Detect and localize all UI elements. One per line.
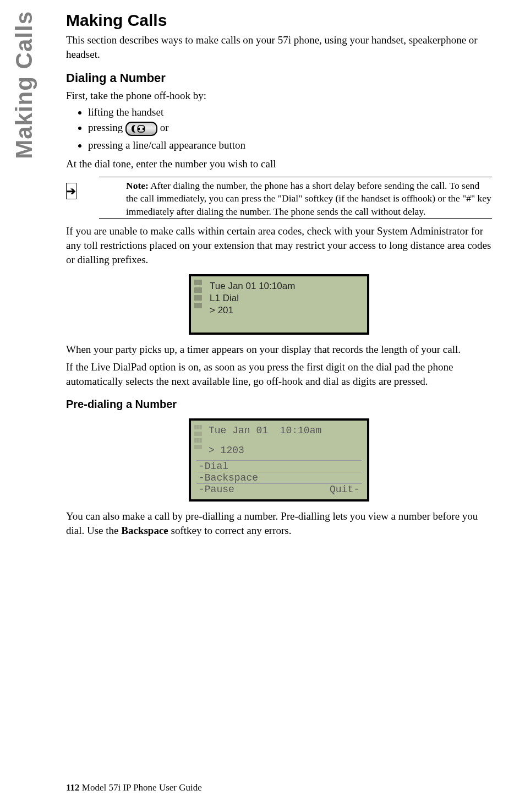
bullet-pressing-handsfree: pressing or [88,122,492,136]
live-dialpad-paragraph: If the Live DialPad option is on, as soo… [66,360,492,388]
softkey-pause: -Pause [199,484,234,495]
footer-title: Model 57i IP Phone User Guide [80,782,202,793]
bullet-lifting-handset: lifting the handset [88,106,492,118]
note-block: ➔ Note: After dialing the number, the ph… [66,177,492,219]
bullet-pressing-pre: pressing [88,122,125,133]
screen-dial-entry: > 201 [196,305,362,316]
screen-line-status: L1 Dial [196,293,362,304]
lcd-time: Tue Jan 01 10:10am [196,425,362,436]
note-body: After dialing the number, the phone has … [126,180,491,217]
dial-lead: First, take the phone off-hook by: [66,89,492,103]
handsfree-key-icon [125,122,157,136]
restriction-paragraph: If you are unable to make calls within c… [66,224,492,266]
heading-making-calls: Making Calls [66,11,492,30]
side-tab-making-calls: Making Calls [11,11,37,159]
predial-backspace-bold: Backspace [121,525,168,536]
predial-text-post: softkey to correct any errors. [168,525,292,536]
predial-paragraph: You can also make a call by pre-dialling… [66,509,492,537]
svg-rect-0 [138,128,140,130]
screen-time: Tue Jan 01 10:10am [196,281,362,292]
intro-paragraph: This section describes ways to make call… [66,33,492,61]
note-label: Note: [126,180,149,191]
note-text: Note: After dialing the number, the phon… [93,179,492,219]
softkey-dial: -Dial [199,461,228,472]
heading-pre-dialing: Pre-dialing a Number [66,398,492,411]
bullet-pressing-post: or [160,122,169,133]
timer-paragraph: When your party picks up, a timer appear… [66,342,492,357]
note-arrow-icon: ➔ [66,183,76,199]
bullet-pressing-line: pressing a line/call appearance button [88,139,492,151]
svg-rect-1 [143,128,144,130]
screen-status-icons [194,280,202,308]
offhook-bullet-list: lifting the handset pressing or pressing… [88,106,492,151]
softkey-quit: Quit- [330,484,359,495]
page-number: 112 [66,782,80,793]
phone-screen-dialing: Tue Jan 01 10:10am L1 Dial > 201 [189,274,369,335]
lcd-entry: > 1203 [196,445,362,456]
softkey-backspace: -Backspace [199,472,258,483]
heading-dialing-number: Dialing a Number [66,71,492,85]
phone-screen-predial: Tue Jan 01 10:10am > 1203 -Dial -Backspa… [189,418,369,502]
dial-tone-instruction: At the dial tone, enter the number you w… [66,157,492,171]
page-footer: 112 Model 57i IP Phone User Guide [66,782,202,793]
lcd-status-icons [194,425,202,449]
